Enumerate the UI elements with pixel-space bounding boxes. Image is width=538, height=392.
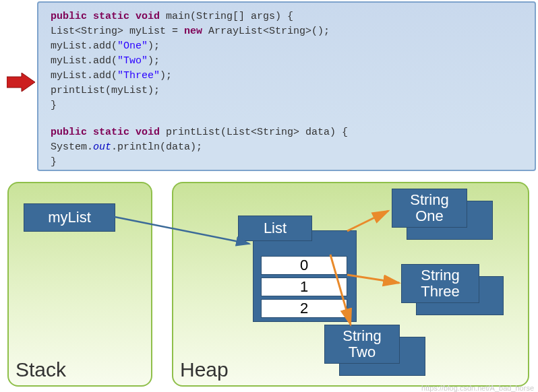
heap-region: Heap List 0 1 2 String One String Three …	[172, 182, 529, 387]
str-one: "One"	[117, 40, 148, 52]
sysout-a: System.	[51, 141, 93, 153]
slot2-idx: 2	[300, 300, 308, 317]
print-call: printList(myList);	[51, 85, 160, 96]
str-three: "Three"	[117, 70, 160, 81]
kw-public: public static void	[51, 11, 160, 22]
add2-a: myList.add(	[51, 55, 117, 67]
printlist-sig-rest: printList(List<String> data) {	[160, 127, 348, 138]
add2-b: );	[148, 55, 160, 67]
str-two-type: String	[342, 328, 381, 344]
add3-b: );	[160, 70, 172, 81]
kw-new: new	[184, 26, 202, 37]
list-title-box: List	[238, 216, 312, 241]
stack-label: Stack	[16, 358, 66, 381]
heap-label: Heap	[180, 358, 229, 381]
code-panel: public static void main(String[] args) {…	[37, 1, 536, 171]
str-two: "Two"	[117, 55, 148, 67]
main-sig-rest: main(String[] args) {	[160, 11, 293, 22]
slot1-idx: 1	[300, 278, 308, 295]
heap-string-two: String Two	[324, 325, 425, 376]
str-one-type: String	[410, 192, 448, 208]
heap-string-three: String Three	[401, 264, 504, 315]
svg-marker-0	[7, 73, 35, 92]
heap-string-one: String One	[392, 189, 493, 240]
add1-a: myList.add(	[51, 40, 117, 52]
list-slot-0: 0	[261, 256, 347, 275]
str-two-val: Two	[349, 344, 376, 360]
stack-var-mylist: myList	[24, 203, 115, 232]
watermark: https://blog.csdn.net/A_bad_horse	[421, 384, 534, 392]
list-slot-1: 1	[261, 277, 347, 296]
sysout-out: out	[93, 141, 111, 153]
list-title: List	[264, 220, 287, 237]
decl-a: List<String> myList =	[51, 26, 184, 37]
str-three-val: Three	[421, 284, 459, 300]
stack-var-label: myList	[48, 209, 91, 226]
kw-public2: public static void	[51, 127, 160, 138]
add3-a: myList.add(	[51, 70, 117, 81]
str-one-val: One	[415, 208, 444, 224]
close1: }	[51, 100, 57, 111]
add1-b: );	[148, 40, 160, 52]
decl-b: ArrayList<String>();	[202, 26, 330, 37]
sysout-b: .println(data);	[111, 141, 202, 153]
slot0-idx: 0	[300, 257, 308, 273]
list-slot-2: 2	[261, 299, 347, 318]
heap-list-object: List 0 1 2	[238, 216, 357, 322]
stack-region: myList Stack	[7, 182, 152, 387]
str-three-type: String	[421, 267, 459, 284]
current-line-arrow-icon	[7, 73, 35, 92]
close2: }	[51, 156, 57, 168]
